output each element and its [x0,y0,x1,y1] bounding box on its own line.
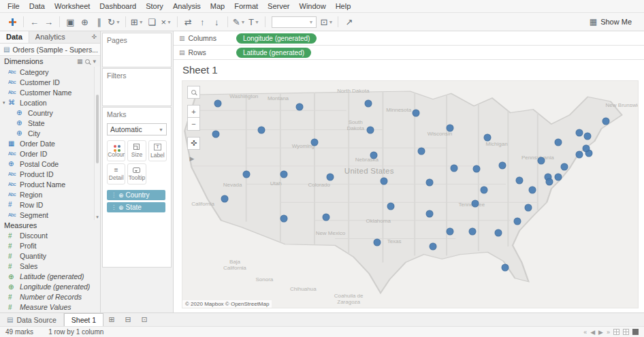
refresh-button[interactable]: ↻▼ [106,15,122,29]
tab-data-source[interactable]: ▤ Data Source [0,313,64,326]
map-mark-wa[interactable] [214,100,221,108]
field-city[interactable]: ⊕City [0,128,100,138]
field-product-name[interactable]: AbcProduct Name [0,179,100,189]
map-mark-il[interactable] [451,165,458,172]
menu-data[interactable]: Data [25,1,50,12]
new-story-tab-button[interactable]: ⊡ [136,313,152,326]
map-mark-or[interactable] [212,131,219,138]
show-mark-labels-button[interactable]: T▼ [247,15,261,29]
map-mark-tx[interactable] [374,239,381,246]
field-customer-name[interactable]: AbcCustomer Name [0,87,100,97]
menu-map[interactable]: Map [206,1,229,12]
map-mark-ca[interactable] [221,195,228,202]
mark-type-dropdown[interactable]: Automatic ▼ [107,123,167,135]
field-measure-values[interactable]: #Measure Values [0,302,100,312]
map-mark-nj[interactable] [560,163,568,170]
view-full-icon[interactable] [632,329,639,335]
field-state[interactable]: ⊕State [0,118,100,128]
map-mark-wv[interactable] [516,176,524,184]
field-customer-id[interactable]: AbcCustomer ID [0,77,100,87]
field-country[interactable]: ⊕Country [0,108,100,118]
scrollbar-thumb[interactable] [96,95,99,163]
map-mark-ga[interactable] [494,229,502,236]
tab-sheet-1[interactable]: Sheet 1 [64,313,103,326]
menu-story[interactable]: Story [141,1,168,12]
label-button[interactable]: Label [148,140,167,161]
field-region[interactable]: AbcRegion [0,189,100,199]
map-mark-ne[interactable] [370,151,377,159]
map-mark-mi[interactable] [484,134,492,142]
share-button[interactable]: ↗ [342,15,356,29]
chevron-down-icon[interactable]: ▾ [93,58,96,65]
menu-window[interactable]: Window [295,1,331,12]
map-mark-vt[interactable] [576,129,583,136]
field-postal-code[interactable]: ⊕Postal Code [0,159,100,169]
map-mark-ks[interactable] [381,178,388,185]
map-mark-mo[interactable] [425,178,433,186]
map-mark-in[interactable] [472,165,480,173]
new-dashboard-tab-button[interactable]: ⊟ [120,313,136,326]
duplicate-button[interactable]: ❏ [145,15,159,29]
pill-longitude[interactable]: Longitude (generated) [236,33,317,44]
menu-analysis[interactable]: Analysis [168,1,206,12]
colour-button[interactable]: Colour [107,140,125,161]
map-mark-ok[interactable] [387,203,395,210]
pill-state[interactable]: ⋮ ⊕ State [107,202,165,212]
new-worksheet-button[interactable]: ⊞▼ [129,15,145,29]
swap-rows-columns-button[interactable]: ⇄ [181,15,195,29]
tableau-logo-button[interactable] [5,15,20,29]
redo-button[interactable]: → [42,15,56,29]
new-worksheet-tab-button[interactable]: ⊞ [103,313,120,326]
data-source-item[interactable]: ▤ Orders (Sample - Supers... [0,44,100,57]
map-mark-al[interactable] [469,228,477,236]
map-mark-ms[interactable] [447,228,454,236]
fit-axes-button[interactable]: ⊡▼ [319,15,335,29]
map-mark-wi[interactable] [446,125,453,132]
map-mark-wy[interactable] [311,138,319,146]
map-mark-oh[interactable] [499,162,506,170]
pages-shelf[interactable]: Pages [102,33,172,67]
map-mark-dc[interactable] [546,178,553,186]
size-button[interactable]: Size [127,140,146,161]
field-longitude-generated-[interactable]: ⊕Longitude (generated) [0,282,100,292]
nav-first-icon[interactable]: « [583,329,587,336]
map-mark-mn[interactable] [412,110,419,117]
save-button[interactable]: ▣ [63,15,78,29]
show-me-button[interactable]: ▦ Show Me [583,16,639,28]
field-discount[interactable]: #Discount [0,231,100,241]
columns-shelf[interactable]: ▥ Columns Longitude (generated) [174,31,644,46]
field-row-id[interactable]: #Row ID [0,199,100,210]
field-category[interactable]: AbcCategory [0,67,100,77]
map-mark-az[interactable] [280,215,287,223]
map-mark-id[interactable] [257,126,265,133]
tab-analytics[interactable]: Analytics [29,31,71,43]
map-mark-tn[interactable] [472,200,479,208]
map-mark-va[interactable] [528,187,536,194]
filters-shelf[interactable]: Filters [102,68,172,106]
map-mark-nc[interactable] [525,204,532,211]
field-sales[interactable]: #Sales [0,261,100,272]
highlight-button[interactable]: ✎▼ [231,15,247,29]
map-mark-ar[interactable] [426,210,434,217]
map-mark-mt[interactable] [295,103,303,111]
map-mark-co[interactable] [327,173,334,180]
undo-button[interactable]: ← [27,15,42,29]
view-split-icon[interactable] [623,329,629,335]
zoom-in-button[interactable]: + [187,105,200,118]
rows-shelf[interactable]: ▤ Rows Latitude (generated) [174,46,644,60]
field-number-of-records[interactable]: #Number of Records [0,292,100,302]
pin-icon[interactable]: ✜ [91,33,100,40]
sort-descending-button[interactable]: ↓ [210,15,224,29]
add-data-button[interactable]: ⊕ [78,15,92,29]
map-mark-nv[interactable] [242,171,250,178]
map-mark-sc[interactable] [513,218,521,225]
pill-country[interactable]: ⋮ ⊕ Country [107,190,165,200]
map-mark-pa[interactable] [537,157,545,164]
menu-file[interactable]: File [3,1,25,12]
nav-next-icon[interactable]: ▶ [598,329,603,336]
tab-data[interactable]: Data [0,31,29,43]
field-order-date[interactable]: ▦Order Date [0,138,100,148]
map-mark-ma[interactable] [583,144,590,152]
pill-latitude[interactable]: Latitude (generated) [236,48,311,58]
menu-format[interactable]: Format [229,1,263,12]
